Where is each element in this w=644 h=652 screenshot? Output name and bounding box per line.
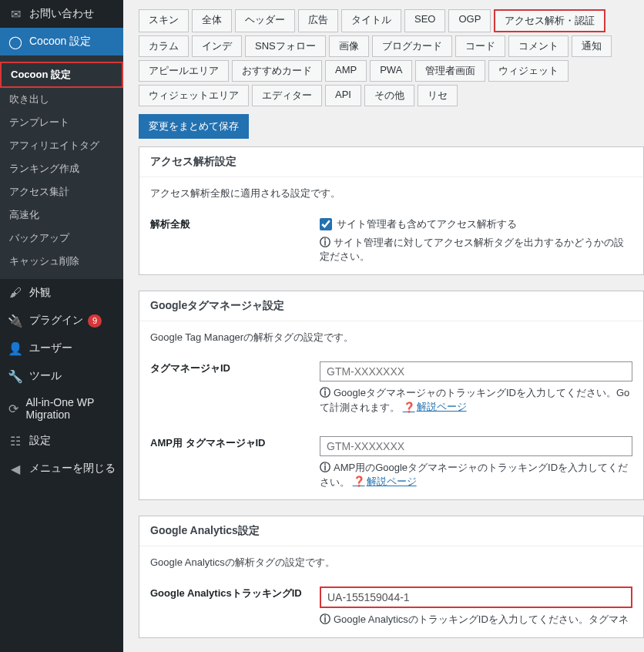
admin-analytics-checkbox[interactable]	[320, 218, 332, 230]
tab-8[interactable]: カラム	[139, 35, 189, 57]
update-badge: 9	[88, 314, 102, 328]
sidebar-sub-item[interactable]: テンプレート	[0, 111, 123, 134]
sidebar-sub-item[interactable]: 吹き出し	[0, 88, 123, 111]
sidebar-item[interactable]: 🔌プラグイン9	[0, 307, 123, 334]
checkbox-row[interactable]: サイト管理者も含めてアクセス解析する	[320, 217, 632, 231]
gtm-id-input[interactable]	[320, 361, 632, 381]
tab-15[interactable]: 通知	[572, 35, 612, 57]
sidebar-label: お問い合わせ	[29, 7, 94, 21]
sidebar-submenu: Cocoon 設定吹き出しテンプレートアフィリエイトタグランキング作成アクセス集…	[0, 55, 123, 279]
sidebar-item[interactable]: ◀メニューを閉じる	[0, 455, 123, 482]
tab-7[interactable]: アクセス解析・認証	[494, 9, 605, 32]
tab-20[interactable]: 管理者画面	[415, 60, 485, 82]
paint-icon: 🖌	[8, 285, 23, 301]
tab-14[interactable]: コメント	[508, 35, 569, 57]
panel-desc: Google Analyticsの解析タグの設定です。	[139, 546, 643, 576]
tab-19[interactable]: PWA	[370, 60, 412, 82]
tab-6[interactable]: OGP	[448, 9, 491, 32]
main-content: スキン全体ヘッダー広告タイトルSEOOGPアクセス解析・認証カラムインデSNSフ…	[123, 0, 644, 652]
save-button[interactable]: 変更をまとめて保存	[139, 114, 249, 139]
help-text: ⓘGoogle AnalyticsのトラッキングIDを入力してください。タグマネ	[320, 613, 632, 627]
panel-title: Google Analytics設定	[139, 516, 643, 546]
tab-17[interactable]: おすすめカード	[232, 60, 322, 82]
migrate-icon: ⟳	[8, 401, 20, 416]
sidebar-sub-item[interactable]: アフィリエイトタグ	[0, 134, 123, 157]
tab-12[interactable]: ブログカード	[372, 35, 452, 57]
help-link[interactable]: ❓解説ページ	[353, 475, 417, 489]
tab-10[interactable]: SNSフォロー	[245, 35, 326, 57]
sidebar-item[interactable]: ☷設定	[0, 427, 123, 455]
sidebar-label: 設定	[29, 434, 51, 448]
plug-icon: 🔌	[8, 313, 23, 328]
panel-desc: Google Tag Managerの解析タグの設定です。	[139, 321, 643, 351]
sidebar-label: ツール	[29, 369, 62, 383]
question-icon: ❓	[353, 476, 365, 487]
sidebar-item[interactable]: 👤ユーザー	[0, 334, 123, 362]
sidebar-label: ユーザー	[29, 341, 72, 355]
tab-3[interactable]: 広告	[298, 9, 338, 32]
info-icon: ⓘ	[320, 613, 330, 625]
settings-tabs: スキン全体ヘッダー広告タイトルSEOOGPアクセス解析・認証カラムインデSNSフ…	[139, 9, 644, 106]
tab-22[interactable]: ウィジェットエリア	[139, 85, 249, 106]
panel-ga: Google Analytics設定 Google Analyticsの解析タグ…	[139, 516, 644, 638]
tab-13[interactable]: コード	[455, 35, 505, 57]
help-text: ⓘサイト管理者に対してアクセス解析タグを出力するかどうかの設定ださい。	[320, 236, 632, 264]
panel-title: アクセス解析設定	[139, 147, 643, 177]
tab-0[interactable]: スキン	[139, 9, 189, 32]
question-icon: ❓	[403, 402, 415, 413]
sidebar-item-cocoon[interactable]: ◯ Cocoon 設定	[0, 28, 123, 55]
wrench-icon: 🔧	[8, 368, 23, 384]
checkbox-label: サイト管理者も含めてアクセス解析する	[337, 217, 517, 231]
form-label: AMP用 タグマネージャID	[150, 436, 320, 489]
tab-1[interactable]: 全体	[192, 9, 232, 32]
sidebar-item-contact[interactable]: ✉ お問い合わせ	[0, 0, 123, 28]
tab-9[interactable]: インデ	[192, 35, 242, 57]
sidebar-sub-item[interactable]: 高速化	[0, 203, 123, 227]
sidebar-label: メニューを閉じる	[29, 462, 116, 476]
sidebar-sub-item[interactable]: バックアップ	[0, 227, 123, 250]
tab-5[interactable]: SEO	[404, 9, 445, 32]
gtm-amp-id-input[interactable]	[320, 436, 632, 456]
mail-icon: ✉	[8, 6, 23, 22]
ga-tracking-id-input[interactable]	[320, 586, 632, 608]
tab-2[interactable]: ヘッダー	[235, 9, 295, 32]
sidebar-item[interactable]: ⟳All-in-One WP Migration	[0, 390, 123, 427]
sidebar-sub-item[interactable]: ランキング作成	[0, 157, 123, 180]
help-text: ⓘAMP用のGoogleタグマネージャのトラッキングIDを入力してください。 ❓…	[320, 461, 632, 489]
tab-4[interactable]: タイトル	[341, 9, 401, 32]
tab-25[interactable]: その他	[364, 85, 414, 106]
panel-access-analysis: アクセス解析設定 アクセス解析全般に適用される設定です。 解析全般 サイト管理者…	[139, 146, 644, 275]
form-label: Google AnalyticsトラッキングID	[150, 586, 320, 627]
form-label: タグマネージャID	[150, 361, 320, 415]
info-icon: ⓘ	[320, 461, 330, 473]
info-icon: ⓘ	[320, 386, 330, 398]
tab-23[interactable]: エディター	[252, 85, 322, 106]
sidebar-sub-item[interactable]: Cocoon 設定	[0, 62, 123, 88]
tab-11[interactable]: 画像	[329, 35, 369, 57]
panel-desc: アクセス解析全般に適用される設定です。	[139, 177, 643, 207]
user-icon: 👤	[8, 341, 23, 356]
sidebar-label: プラグイン	[29, 314, 83, 328]
help-link[interactable]: ❓解説ページ	[403, 400, 467, 414]
info-icon: ⓘ	[320, 236, 330, 248]
sidebar-item[interactable]: 🔧ツール	[0, 362, 123, 390]
sidebar-item[interactable]: 🖌外観	[0, 279, 123, 307]
tab-26[interactable]: リセ	[418, 85, 458, 106]
help-text: ⓘGoogleタグマネージャのトラッキングIDを入力してください。Goて計測され…	[320, 386, 632, 415]
tab-24[interactable]: API	[325, 85, 361, 106]
tab-18[interactable]: AMP	[325, 60, 367, 82]
circle-icon: ◯	[8, 34, 23, 49]
admin-sidebar: ✉ お問い合わせ ◯ Cocoon 設定 Cocoon 設定吹き出しテンプレート…	[0, 0, 123, 652]
tab-16[interactable]: アピールエリア	[139, 60, 229, 82]
tab-21[interactable]: ウィジェット	[488, 60, 569, 82]
sidebar-sub-item[interactable]: キャッシュ削除	[0, 250, 123, 273]
panel-title: Googleタグマネージャ設定	[139, 291, 643, 321]
collapse-icon: ◀	[8, 461, 23, 476]
form-label: 解析全般	[150, 217, 320, 264]
sidebar-label: All-in-One WP Migration	[26, 396, 116, 421]
panel-gtm: Googleタグマネージャ設定 Google Tag Managerの解析タグの…	[139, 291, 644, 500]
sidebar-sub-item[interactable]: アクセス集計	[0, 180, 123, 203]
sidebar-label: Cocoon 設定	[29, 35, 91, 49]
sliders-icon: ☷	[8, 433, 23, 449]
sidebar-label: 外観	[29, 286, 51, 300]
